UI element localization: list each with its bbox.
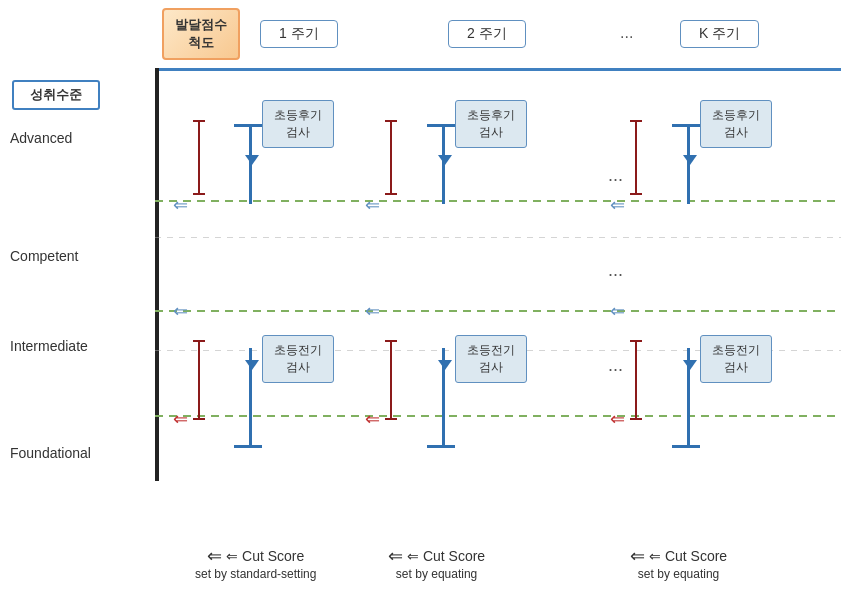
arrow-cut-inter-p2: ⇐: [365, 300, 380, 322]
test-box-upper-pk: 초등후기 검사: [700, 100, 772, 148]
mid-dots-lower: ...: [608, 355, 623, 376]
footer-cutscore-label-1: ⇐ Cut Score: [226, 548, 304, 564]
blue-hbar-upper-p2-top: [427, 124, 455, 127]
arrow-cut-lower-p1: ⇐: [173, 408, 188, 430]
footer-item-1: ⇐ ⇐ Cut Score set by standard-setting: [195, 545, 316, 581]
errbar-lower-pk: [635, 340, 637, 420]
errbar-lower-p2: [390, 340, 392, 420]
period-k-label: K 주기: [680, 20, 759, 48]
errbar-lower-pk-bot: [630, 418, 642, 420]
arrow-cut-inter-p1: ⇐: [173, 300, 188, 322]
level-foundational-label: Foundational: [10, 445, 91, 461]
cut-line-1: [155, 200, 841, 202]
test-box-lower-pk: 초등전기 검사: [700, 335, 772, 383]
footer-sub-2: set by equating: [388, 567, 485, 581]
test-box-upper-p1: 초등후기 검사: [262, 100, 334, 148]
mid-dots-upper: ...: [608, 165, 623, 186]
dev-score-label: 발달점수 척도: [175, 16, 227, 52]
arrow-down-lower-p1: [245, 360, 259, 370]
errbar-upper-p1-top: [193, 120, 205, 122]
errbar-upper-p1: [198, 120, 200, 195]
gray-line-1: [155, 237, 841, 238]
errbar-lower-p1: [198, 340, 200, 420]
period-1-label: 1 주기: [260, 20, 338, 48]
blue-hbar-lower-p2-bot: [427, 445, 455, 448]
arrow-down-upper-p2: [438, 155, 452, 165]
footer-sub-3: set by equating: [630, 567, 727, 581]
period-2-label: 2 주기: [448, 20, 526, 48]
arrow-down-upper-p1: [245, 155, 259, 165]
errbar-lower-p2-top: [385, 340, 397, 342]
arrow-cut-advanced-p1: ⇐: [173, 194, 188, 216]
footer-item-3: ⇐ ⇐ Cut Score set by equating: [630, 545, 727, 581]
arrow-cut-lower-p2: ⇐: [365, 408, 380, 430]
footer-arrow-3: ⇐: [630, 545, 645, 567]
arrow-cut-advanced-pk: ⇐: [610, 194, 625, 216]
arrow-down-upper-pk: [683, 155, 697, 165]
footer-item-2: ⇐ ⇐ Cut Score set by equating: [388, 545, 485, 581]
blue-hbar-lower-pk-bot: [672, 445, 700, 448]
vertical-axis-line: [155, 68, 159, 481]
header-dots: ...: [620, 24, 633, 42]
test-box-upper-p2: 초등후기 검사: [455, 100, 527, 148]
arrow-down-lower-p2: [438, 360, 452, 370]
errbar-lower-p2-bot: [385, 418, 397, 420]
errbar-lower-pk-top: [630, 340, 642, 342]
errbar-upper-pk-top: [630, 120, 642, 122]
errbar-upper-p2-top: [385, 120, 397, 122]
test-box-lower-p1: 초등전기 검사: [262, 335, 334, 383]
top-blue-line: [155, 68, 841, 71]
errbar-upper-p1-bot: [193, 193, 205, 195]
test-box-lower-p2: 초등전기 검사: [455, 335, 527, 383]
errbar-upper-p2-bot: [385, 193, 397, 195]
blue-hbar-upper-p1-top: [234, 124, 262, 127]
main-container: 발달점수 척도 1 주기 2 주기 K 주기 ... 성취수준 Advanced…: [0, 0, 841, 591]
footer-cutscore-label-3: ⇐ Cut Score: [649, 548, 727, 564]
blue-hbar-lower-p1-bot: [234, 445, 262, 448]
level-intermediate-label: Intermediate: [10, 338, 88, 354]
mid-dots-mid: ...: [608, 260, 623, 281]
errbar-upper-pk-bot: [630, 193, 642, 195]
errbar-upper-p2: [390, 120, 392, 195]
cut-line-2: [155, 310, 841, 312]
arrow-cut-lower-pk: ⇐: [610, 408, 625, 430]
achievement-box: 성취수준: [12, 80, 100, 110]
errbar-lower-p1-bot: [193, 418, 205, 420]
arrow-cut-advanced-p2: ⇐: [365, 194, 380, 216]
arrow-cut-inter-pk: ⇐: [610, 300, 625, 322]
dev-score-box: 발달점수 척도: [162, 8, 240, 60]
footer-sub-1: set by standard-setting: [195, 567, 316, 581]
level-advanced-label: Advanced: [10, 130, 72, 146]
footer-arrow-2: ⇐: [388, 545, 403, 567]
level-competent-label: Competent: [10, 248, 78, 264]
errbar-upper-pk: [635, 120, 637, 195]
cut-line-3: [155, 415, 841, 417]
blue-hbar-upper-pk-top: [672, 124, 700, 127]
footer-cutscore-label-2: ⇐ Cut Score: [407, 548, 485, 564]
arrow-down-lower-pk: [683, 360, 697, 370]
errbar-lower-p1-top: [193, 340, 205, 342]
footer-arrow-1: ⇐: [207, 545, 222, 567]
